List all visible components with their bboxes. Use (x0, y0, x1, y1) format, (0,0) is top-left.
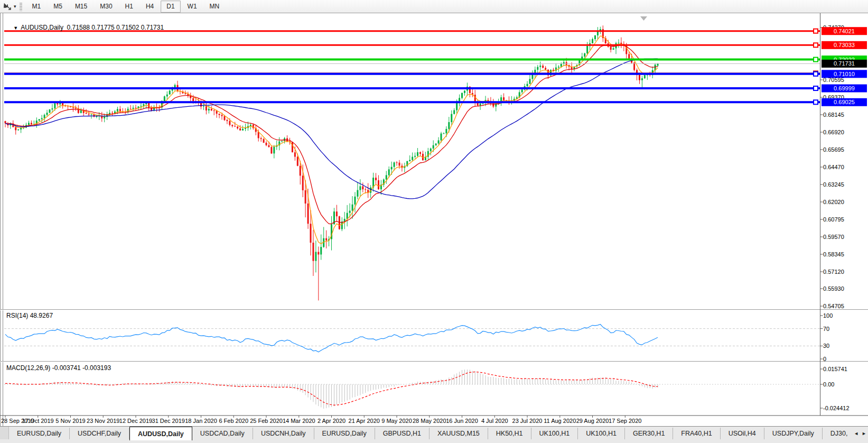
price-tick-label: 0.64470 (823, 164, 844, 170)
date-tick-label: 17 Sep 2020 (609, 418, 641, 424)
chart-tab-usdjpy-daily[interactable]: USDJPY,Daily (764, 428, 823, 439)
chart-tab-usdcad-daily[interactable]: USDCAD,Daily (192, 428, 253, 439)
timeframe-button-w1[interactable]: W1 (182, 1, 203, 13)
timeframe-button-m30[interactable]: M30 (94, 1, 118, 13)
price-tick-label: 0.58345 (823, 251, 844, 257)
date-tick-label: 25 Feb 2020 (250, 418, 283, 424)
timeframe-button-m5[interactable]: M5 (48, 1, 68, 13)
macd-tick-label: 0.00 (823, 381, 834, 387)
chart-tab-xauusd-m15[interactable]: XAUUSD,M15 (430, 428, 488, 439)
date-tick-label: 11 Aug 2020 (544, 418, 576, 424)
rsi-tick-label: 100 (823, 312, 833, 319)
chart-tab-eurusd-daily[interactable]: EURUSD,Daily (9, 428, 70, 439)
chart-tab-fra40-h1[interactable]: FRA40,H1 (673, 428, 720, 439)
chart-tab-ger30-h1[interactable]: GER30,H1 (625, 428, 673, 439)
date-tick-label: 31 Dec 2019 (152, 418, 185, 424)
rsi-tick-label: 0 (823, 356, 826, 362)
tabbar-corner (0, 427, 9, 439)
date-tick-label: 28 May 2020 (413, 418, 446, 424)
chart-title: ▼AUDUSD,Daily 0.71588 0.71775 0.71502 0.… (6, 16, 164, 39)
date-tick-label: 4 Jul 2020 (481, 418, 508, 424)
price-tick-label: 0.54705 (823, 303, 844, 309)
price-tick-label: 0.63245 (823, 181, 844, 188)
chart-tools-icon[interactable] (2, 2, 14, 11)
chart-canvas[interactable]: 0.742700.705950.693700.681450.669200.656… (0, 13, 868, 426)
chart-tab-audusd-daily[interactable]: AUDUSD,Daily (129, 427, 192, 440)
price-tick-label: 0.60795 (823, 216, 844, 223)
chart-tab-gbpusd-h1[interactable]: GBPUSD,H1 (375, 428, 430, 439)
rsi-indicator-label: RSI(14) 48.9267 (6, 312, 53, 319)
price-tick-label: 0.59570 (823, 234, 844, 240)
price-line-badge: 0.69999 (834, 85, 855, 91)
toolbar-grip[interactable] (20, 2, 22, 11)
date-tick-label: 12 Dec 2019 (119, 418, 152, 424)
price-line-badge: 0.69025 (834, 99, 855, 105)
timeframe-button-d1[interactable]: D1 (161, 1, 180, 13)
timeframe-button-m15[interactable]: M15 (69, 1, 93, 13)
rsi-tick-label: 30 (823, 343, 829, 349)
price-line-badge: 0.73033 (834, 42, 855, 48)
toolbar: ▾ M1M5M15M30H1H4D1W1MN (0, 0, 868, 13)
tabs-scroll-left-icon[interactable]: ◄ (854, 431, 858, 436)
timeframe-button-h4[interactable]: H4 (140, 1, 160, 13)
date-tick-label: 17 Oct 2019 (22, 418, 54, 424)
date-tick-label: 5 Nov 2019 (55, 418, 85, 424)
price-line-badge: 0.74021 (834, 28, 855, 34)
price-tick-label: 0.57120 (823, 269, 844, 275)
price-line-badge: 0.71010 (834, 71, 855, 77)
dropdown-caret-icon[interactable]: ▾ (14, 4, 16, 9)
date-tick-label: 18 Jan 2020 (185, 418, 217, 424)
chart-tab-usdcnh-daily[interactable]: USDCNH,Daily (253, 428, 314, 439)
current-price-badge: 0.71731 (834, 60, 855, 67)
price-tick-label: 0.62020 (823, 199, 844, 205)
date-tick-label: 9 May 2020 (381, 418, 412, 424)
tabs-scroll-right-icon[interactable]: ► (862, 431, 866, 436)
date-tick-label: 23 Jul 2020 (512, 418, 543, 424)
date-tick-label: 16 Jun 2020 (446, 418, 478, 424)
timeframe-button-mn[interactable]: MN (204, 1, 226, 13)
chart-tab-uk100-h1[interactable]: UK100,H1 (578, 428, 625, 439)
price-tick-label: 0.68145 (823, 112, 844, 118)
chart-tab-bar: EURUSD,DailyUSDCHF,DailyAUDUSD,DailyUSDC… (0, 426, 868, 443)
date-tick-label: 29 Aug 2020 (576, 418, 609, 424)
chart-title-text: AUDUSD,Daily 0.71588 0.71775 0.71502 0.7… (21, 24, 164, 31)
chart-tab-uk100-h1[interactable]: UK100,H1 (531, 428, 578, 439)
date-tick-label: 23 Nov 2019 (87, 418, 119, 424)
macd-indicator-label: MACD(12,26,9) -0.003741 -0.003193 (6, 364, 111, 372)
macd-tick-label: 0.015741 (823, 366, 847, 372)
timeframe-button-m1[interactable]: M1 (26, 1, 47, 13)
chart-window[interactable]: 0.742700.705950.693700.681450.669200.656… (0, 13, 868, 426)
price-tick-label: 0.66920 (823, 129, 844, 135)
date-tick-label: 14 Mar 2020 (283, 418, 315, 424)
chart-tab-eurusd-daily[interactable]: EURUSD,Daily (314, 428, 375, 439)
chart-tab-hk50-h1[interactable]: HK50,H1 (488, 428, 531, 439)
date-tick-label: 6 Feb 2020 (219, 418, 248, 424)
chart-tab-usoil-h4[interactable]: USOil,H4 (721, 428, 764, 439)
date-tick-label: 21 Apr 2020 (349, 418, 380, 424)
price-tick-label: 0.65695 (823, 146, 844, 153)
timeframe-button-h1[interactable]: H1 (119, 1, 139, 13)
collapse-icon[interactable]: ▼ (13, 25, 18, 31)
price-tick-label: 0.55930 (823, 285, 844, 292)
chart-tab-dj30-daily[interactable]: DJ30,Daily (823, 428, 848, 439)
rsi-tick-label: 70 (823, 326, 829, 332)
date-tick-label: 2 Apr 2020 (318, 418, 346, 424)
macd-tick-label: -0.024412 (823, 405, 850, 411)
chart-tab-usdchf-daily[interactable]: USDCHF,Daily (70, 428, 129, 439)
